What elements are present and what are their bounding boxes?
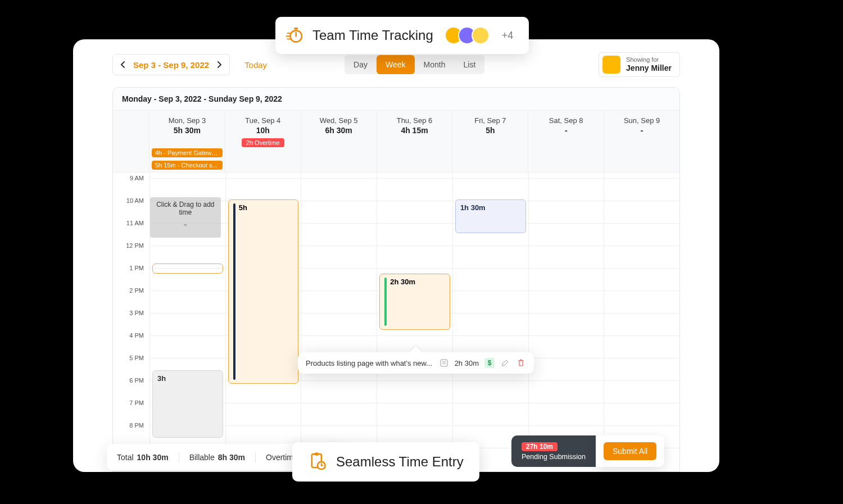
svg-rect-4	[315, 453, 319, 456]
showing-avatar	[602, 56, 620, 74]
summary-billable: Billable 8h 30m	[189, 453, 245, 462]
day-head-wed: Wed, Sep 5 6h 30m	[301, 111, 377, 172]
view-list[interactable]: List	[454, 55, 484, 74]
day-total: 4h 15m	[379, 126, 450, 135]
mini-entry[interactable]: 5h 15m - Checkout s...	[152, 161, 223, 170]
separator	[179, 452, 179, 462]
svg-rect-2	[441, 360, 447, 366]
day-date: Mon, Sep 3	[152, 116, 223, 125]
time-label: 4 PM	[129, 332, 144, 339]
view-switch: Day Week Month List	[345, 55, 484, 74]
calendar-grid[interactable]: 9 AM10 AM11 AM12 PM1 PM2 PM3 PM4 PM5 PM6…	[113, 172, 679, 465]
pending-badge: 27h 10m	[522, 442, 558, 451]
day-head-tue: Tue, Sep 4 10h 2h Overtime	[225, 111, 301, 172]
showing-for-selector[interactable]: Showing for Jenny Miller	[599, 52, 680, 77]
time-gutter: 9 AM10 AM11 AM12 PM1 PM2 PM3 PM4 PM5 PM6…	[113, 172, 149, 465]
time-entry-outline[interactable]	[152, 264, 223, 274]
time-label: 11 AM	[126, 220, 144, 226]
toolbar: Sep 3 - Sep 9, 2022 Today Day Week Month…	[112, 53, 680, 76]
stopwatch-icon	[285, 25, 305, 46]
calendar-panel: Monday - Sep 3, 2022 - Sunday Sep 9, 202…	[112, 87, 680, 472]
time-label: 9 AM	[130, 175, 144, 181]
day-total: 5h	[455, 126, 525, 135]
time-label: 1 PM	[129, 265, 144, 271]
day-column[interactable]	[604, 172, 679, 465]
day-date: Tue, Sep 4	[228, 116, 298, 125]
day-date: Thu, Sep 6	[379, 116, 450, 125]
day-column[interactable]: Click & Drag to add time⌄3h	[149, 172, 225, 465]
time-label: 10 AM	[126, 197, 144, 204]
day-head-mon: Mon, Sep 3 5h 30m 4h - Payment Gatewa...…	[149, 111, 225, 172]
pending-action: Submit All	[596, 435, 664, 467]
time-label: 3 PM	[129, 310, 144, 316]
day-columns: Click & Drag to add time⌄3h5h2h 30m1h 30…	[149, 172, 679, 465]
time-gutter-header	[113, 111, 149, 172]
time-label: 7 PM	[129, 399, 144, 406]
popover-time: 2h 30m	[455, 359, 479, 367]
view-week[interactable]: Week	[377, 55, 415, 74]
time-label: 8 PM	[129, 422, 144, 429]
submit-all-button[interactable]: Submit All	[604, 442, 656, 460]
clipboard-clock-icon	[308, 451, 327, 473]
day-headers: Mon, Sep 3 5h 30m 4h - Payment Gatewa...…	[113, 111, 679, 172]
day-date: Sun, Sep 9	[606, 116, 677, 125]
view-day[interactable]: Day	[345, 55, 377, 74]
day-total: 5h 30m	[152, 126, 223, 135]
billable-icon[interactable]: $	[484, 358, 495, 368]
time-label: 5 PM	[129, 355, 144, 361]
showing-label: Showing for	[626, 56, 672, 63]
day-date: Wed, Sep 5	[303, 116, 374, 125]
day-column[interactable]: 2h 30m	[377, 172, 452, 465]
edit-icon[interactable]	[500, 358, 510, 368]
showing-text: Showing for Jenny Miller	[626, 56, 672, 73]
pending-info: 27h 10m Pending Submission	[511, 435, 596, 467]
day-total: 10h	[228, 126, 298, 135]
day-head-sat: Sat, Sep 8 -	[528, 111, 604, 172]
view-month[interactable]: Month	[415, 55, 455, 74]
avatar-stack	[445, 26, 490, 44]
top-callout: Team Time Tracking +4	[275, 17, 529, 54]
time-entry[interactable]: 1h 30m	[455, 199, 526, 233]
drag-hint: Click & Drag to add time⌄	[150, 197, 221, 238]
day-column[interactable]: 5h	[225, 172, 301, 465]
day-date: Fri, Sep 7	[455, 116, 525, 125]
bottom-callout-title: Seamless Time Entry	[336, 454, 464, 470]
date-range-label[interactable]: Sep 3 - Sep 9, 2022	[133, 60, 209, 70]
day-column[interactable]	[301, 172, 377, 465]
showing-name: Jenny Miller	[626, 63, 672, 73]
mini-entry[interactable]: 4h - Payment Gatewa...	[152, 148, 223, 157]
prev-week-button[interactable]	[119, 60, 128, 69]
note-icon[interactable]	[439, 358, 449, 368]
summary-billable-value: 8h 30m	[218, 453, 245, 462]
day-column[interactable]: 1h 30m	[452, 172, 528, 465]
summary-total: Total 10h 30m	[117, 453, 169, 462]
event-popover: Products listing page with what's new...…	[298, 352, 534, 374]
app-window: Sep 3 - Sep 9, 2022 Today Day Week Month…	[73, 39, 719, 472]
today-button[interactable]: Today	[244, 60, 267, 70]
day-column[interactable]	[528, 172, 604, 465]
avatar-overflow: +4	[502, 30, 514, 42]
top-callout-title: Team Time Tracking	[312, 28, 433, 43]
date-navigator: Sep 3 - Sep 9, 2022	[112, 54, 230, 75]
day-date: Sat, Sep 8	[531, 116, 601, 125]
popover-title: Products listing page with what's new...	[306, 359, 433, 367]
day-total: -	[606, 126, 677, 135]
day-total: -	[531, 126, 601, 135]
pending-text: Pending Submission	[522, 453, 586, 461]
calendar-title: Monday - Sep 3, 2022 - Sunday Sep 9, 202…	[113, 88, 679, 111]
day-head-fri: Fri, Sep 7 5h	[452, 111, 528, 172]
day-total: 6h 30m	[303, 126, 374, 135]
bottom-callout: Seamless Time Entry	[292, 442, 479, 482]
delete-icon[interactable]	[516, 358, 526, 368]
day-head-thu: Thu, Sep 6 4h 15m	[377, 111, 453, 172]
summary-total-label: Total	[117, 453, 134, 462]
time-entry[interactable]: 3h	[152, 370, 223, 438]
time-entry[interactable]: 2h 30m	[379, 274, 450, 330]
time-entry[interactable]: 5h	[228, 199, 299, 384]
time-label: 12 PM	[126, 242, 144, 249]
time-label: 2 PM	[129, 287, 144, 294]
pending-submission-bar: 27h 10m Pending Submission Submit All	[511, 435, 719, 467]
avatar	[472, 26, 490, 44]
time-label: 6 PM	[129, 377, 144, 384]
next-week-button[interactable]	[215, 60, 224, 69]
